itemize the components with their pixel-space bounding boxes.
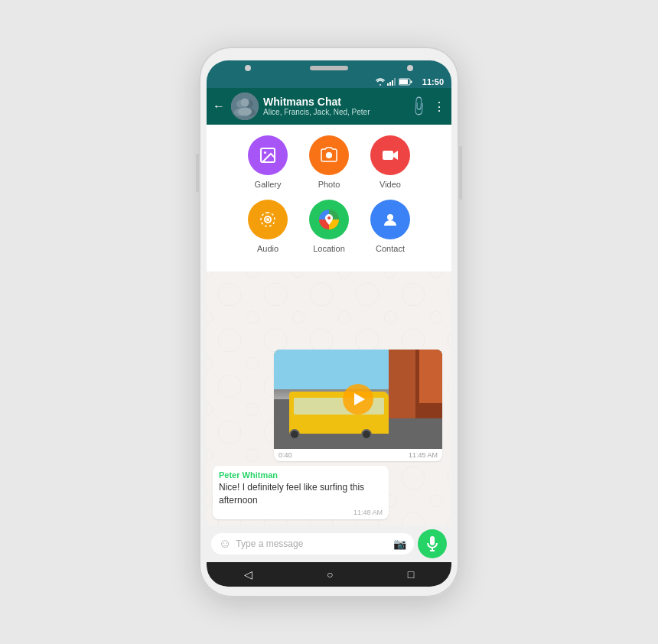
message-text: Nice! I definitely feel like surfing thi… [219,481,383,507]
location-circle [309,200,349,239]
header-actions: 📎 ⋮ [410,98,445,115]
gallery-label: Gallery [255,180,282,189]
svg-point-23 [327,216,331,220]
audio-label: Audio [257,244,279,253]
wifi-icon [376,78,385,86]
tram-wheels [289,429,389,440]
svg-rect-31 [430,536,435,545]
chat-members: Alice, Francis, Jack, Ned, Peter [263,108,406,117]
svg-rect-5 [410,81,412,83]
chat-info: Whitmans Chat Alice, Francis, Jack, Ned,… [263,96,406,118]
svg-rect-6 [399,80,408,84]
svg-rect-2 [392,80,393,86]
signal-icon [387,78,396,86]
video-message[interactable]: 0:40 11:45 AM [274,350,442,461]
status-bar: 11:50 [207,76,451,88]
gallery-icon [259,146,277,164]
video-thumbnail [274,350,442,449]
svg-point-12 [241,99,249,107]
sensor [407,65,413,71]
text-message: Peter Whitman Nice! I definitely feel li… [213,466,389,519]
attach-location[interactable]: Location [309,200,349,253]
android-nav: ◁ ○ □ [207,562,451,587]
contact-circle [370,200,410,239]
svg-rect-3 [394,78,396,86]
svg-point-24 [387,214,393,220]
attach-row-2: Audio [248,200,410,253]
photo-icon [320,146,338,164]
nav-recent[interactable]: □ [408,568,414,581]
attach-menu: Gallery Photo [207,125,451,272]
phone-screen: 11:50 ← Whitmans Chat Alice, Francis, [207,60,451,587]
camera-icon[interactable]: 📷 [393,538,406,550]
more-icon[interactable]: ⋮ [433,99,445,114]
svg-rect-1 [389,82,391,86]
video-circle [370,135,410,175]
message-sender: Peter Whitman [219,470,383,480]
attach-audio[interactable]: Audio [248,200,288,253]
buildings [389,350,442,418]
attach-photo[interactable]: Photo [309,135,349,189]
svg-point-18 [328,154,331,157]
attach-video[interactable]: Video [370,135,410,189]
audio-circle [248,200,288,239]
svg-point-21 [266,218,269,221]
svg-rect-0 [387,83,389,86]
contact-icon [381,210,399,229]
tram-body [289,392,389,434]
status-icons [376,78,412,86]
phone-device: 11:50 ← Whitmans Chat Alice, Francis, [199,47,459,597]
contact-label: Contact [376,244,405,253]
messages-area: 0:40 11:45 AM Peter Whitman Nice! I defi… [207,343,451,525]
photo-label: Photo [318,180,340,189]
video-meta: 0:40 11:45 AM [274,449,442,461]
nav-back[interactable]: ◁ [244,568,252,581]
tram-wheel-left [289,429,300,440]
chat-name: Whitmans Chat [263,96,406,109]
video-duration: 0:40 [279,451,292,459]
input-placeholder[interactable]: Type a message [236,538,389,549]
phone-topbar [207,60,451,76]
audio-icon [259,210,277,229]
gallery-circle [248,135,288,175]
tram-wheel-right [361,429,372,440]
nav-home[interactable]: ○ [327,568,333,581]
chat-background: 0:40 11:45 AM Peter Whitman Nice! I defi… [207,272,451,525]
status-time: 11:50 [422,77,444,86]
video-time: 11:45 AM [409,451,438,459]
svg-point-13 [238,108,252,116]
input-bar: ☺ Type a message 📷 [207,525,451,562]
battery-icon [399,78,412,86]
video-label: Video [379,180,401,189]
attach-icon[interactable]: 📎 [406,94,430,118]
attach-gallery[interactable]: Gallery [248,135,288,189]
message-time: 11:48 AM [219,509,383,516]
svg-point-15 [264,151,266,154]
mic-icon [426,536,438,551]
video-icon [381,146,399,164]
speaker [310,66,348,70]
message-input-field[interactable]: ☺ Type a message 📷 [211,533,414,555]
chat-avatar [231,93,259,120]
mic-button[interactable] [418,529,447,558]
photo-circle [309,135,349,175]
location-label: Location [313,244,345,253]
back-button[interactable]: ← [213,99,225,113]
location-icon [318,209,340,230]
attach-contact[interactable]: Contact [370,200,410,253]
front-camera [245,65,251,71]
svg-rect-19 [383,151,393,160]
emoji-icon[interactable]: ☺ [219,537,231,551]
chat-header: ← Whitmans Chat Alice, Francis, Jack, Ne… [207,88,451,125]
attach-row-1: Gallery Photo [248,135,410,189]
